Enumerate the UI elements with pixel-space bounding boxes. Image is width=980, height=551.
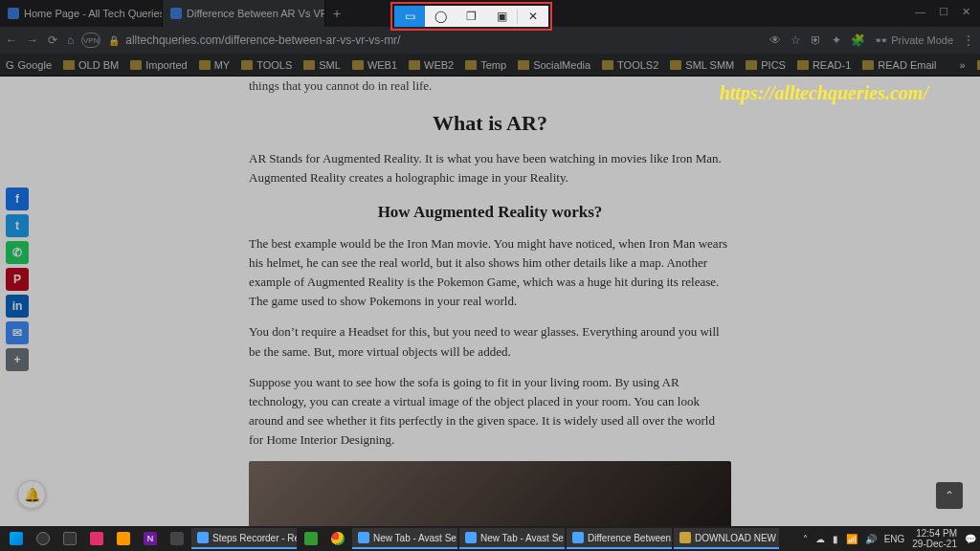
snip-window-button[interactable]: ❐ bbox=[456, 6, 486, 27]
bookmark-item[interactable]: MY bbox=[199, 59, 231, 71]
app-icon bbox=[117, 532, 130, 545]
browser-tab[interactable]: Difference Between AR Vs VR V... × bbox=[163, 0, 325, 27]
bookmark-item[interactable]: TOOLS2 bbox=[602, 59, 658, 71]
pinned-app[interactable] bbox=[165, 528, 189, 549]
folder-icon bbox=[746, 60, 757, 70]
tray-chevron-icon[interactable]: ˄ bbox=[803, 534, 808, 544]
back-icon[interactable]: ← bbox=[6, 33, 17, 47]
shield-icon[interactable]: ⛨ bbox=[811, 33, 822, 47]
overflow-icon[interactable]: » bbox=[959, 59, 965, 71]
clock[interactable]: 12:54 PM 29-Dec-21 bbox=[912, 528, 957, 549]
folder-icon bbox=[241, 60, 253, 70]
language-indicator[interactable]: ENG bbox=[884, 534, 905, 544]
new-tab-button[interactable]: + bbox=[325, 0, 348, 27]
folder-icon bbox=[303, 60, 315, 70]
taskbar-task[interactable]: DOWNLOAD NEW bbox=[674, 528, 779, 549]
task-view-button[interactable] bbox=[57, 528, 82, 549]
snip-rectangle-button[interactable]: ▭ bbox=[394, 6, 425, 27]
paragraph: Suppose you want to see how the sofa is … bbox=[249, 373, 731, 451]
bookmark-item[interactable]: READ-1 bbox=[797, 59, 851, 71]
bookmark-item[interactable]: OLD BM bbox=[63, 59, 119, 71]
bookmark-item[interactable]: READ Email bbox=[862, 59, 936, 71]
google-icon: G bbox=[6, 59, 14, 71]
bookmark-item[interactable]: PICS bbox=[746, 59, 786, 71]
bookmark-item[interactable]: GGoogle bbox=[6, 59, 52, 71]
vpn-badge[interactable]: VPN bbox=[81, 33, 100, 48]
windows-taskbar: N Steps Recorder - Re... New Tab - Avast… bbox=[0, 526, 980, 551]
folder-icon bbox=[797, 60, 809, 70]
taskbar-task[interactable]: New Tab - Avast Se... bbox=[459, 528, 565, 549]
wifi-icon[interactable]: 📶 bbox=[846, 534, 858, 544]
other-bookmarks[interactable]: Other bookmarks bbox=[977, 59, 980, 71]
notification-bell-button[interactable]: 🔔 bbox=[17, 480, 46, 509]
start-button[interactable] bbox=[4, 528, 29, 549]
chrome-icon bbox=[331, 532, 345, 545]
snip-close-button[interactable]: ✕ bbox=[518, 6, 548, 27]
email-share-button[interactable]: ✉ bbox=[6, 321, 29, 344]
folder-icon bbox=[130, 60, 142, 70]
heading-what-is-ar: What is AR? bbox=[249, 107, 731, 140]
favicon-icon bbox=[8, 8, 19, 19]
bookmark-item[interactable]: SML SMM bbox=[670, 59, 734, 71]
twitter-share-button[interactable]: t bbox=[6, 214, 29, 237]
search-icon bbox=[36, 532, 50, 545]
bookmark-item[interactable]: WEB2 bbox=[409, 59, 454, 71]
extension-icon[interactable]: ✦ bbox=[832, 33, 841, 47]
mask-icon: 👓 bbox=[875, 34, 888, 47]
bookmark-item[interactable]: Imported bbox=[130, 59, 187, 71]
browser-tab[interactable]: Home Page - All Tech Queries × bbox=[0, 0, 163, 27]
volume-icon[interactable]: 🔊 bbox=[865, 534, 877, 544]
folder-icon bbox=[862, 60, 874, 70]
reload-icon[interactable]: ⟳ bbox=[48, 33, 57, 47]
star-icon[interactable]: ☆ bbox=[791, 33, 801, 47]
scroll-to-top-button[interactable]: ⌃ bbox=[936, 482, 963, 509]
folder-icon bbox=[199, 60, 211, 70]
more-share-button[interactable]: + bbox=[6, 348, 29, 371]
chrome-app[interactable] bbox=[325, 528, 350, 549]
private-mode-badge[interactable]: 👓 Private Mode bbox=[875, 34, 953, 47]
menu-icon[interactable]: ⋮ bbox=[963, 33, 974, 47]
pinned-app[interactable] bbox=[299, 528, 323, 549]
puzzle-icon[interactable]: 🧩 bbox=[851, 33, 865, 47]
pinterest-share-button[interactable]: P bbox=[6, 268, 29, 291]
pinned-app[interactable] bbox=[84, 528, 109, 549]
minimize-icon[interactable]: ― bbox=[915, 6, 925, 18]
url-field[interactable]: 🔒 alltechqueries.com/difference-between-… bbox=[108, 33, 762, 47]
pinned-app[interactable] bbox=[111, 528, 136, 549]
favicon-icon bbox=[170, 8, 182, 19]
bookmark-item[interactable]: SML bbox=[303, 59, 341, 71]
eye-off-icon[interactable]: 👁 bbox=[769, 33, 781, 47]
forward-icon[interactable]: → bbox=[27, 33, 38, 47]
tab-title: Difference Between AR Vs VR V... bbox=[187, 8, 325, 19]
app-icon bbox=[304, 532, 318, 545]
bookmark-item[interactable]: TOOLS bbox=[241, 59, 292, 71]
bookmark-item[interactable]: Temp bbox=[465, 59, 506, 71]
facebook-share-button[interactable]: f bbox=[6, 187, 29, 210]
tray-icon[interactable]: ☁ bbox=[815, 534, 825, 544]
folder-icon bbox=[977, 60, 980, 70]
notifications-icon[interactable]: 💬 bbox=[965, 534, 976, 544]
snip-fullscreen-button[interactable]: ▣ bbox=[486, 6, 517, 27]
snipping-toolbar: ▭ ◯ ❐ ▣ ✕ bbox=[394, 6, 548, 27]
search-button[interactable] bbox=[31, 528, 56, 549]
battery-icon[interactable]: ▮ bbox=[833, 534, 838, 544]
bookmark-item[interactable]: SocialMedia bbox=[518, 59, 590, 71]
page-content: things that you cannot do in real life. … bbox=[0, 77, 980, 526]
pinned-app[interactable]: N bbox=[138, 528, 163, 549]
bookmarks-bar: GGoogle OLD BM Imported MY TOOLS SML WEB… bbox=[0, 54, 980, 77]
windows-icon bbox=[10, 532, 23, 545]
taskbar-task[interactable]: Difference Between... bbox=[567, 528, 672, 549]
system-tray: ˄ ☁ ▮ 📶 🔊 ENG 12:54 PM 29-Dec-21 💬 bbox=[803, 528, 976, 549]
snip-freeform-button[interactable]: ◯ bbox=[425, 6, 456, 27]
maximize-icon[interactable]: ☐ bbox=[939, 6, 948, 18]
close-window-icon[interactable]: ✕ bbox=[962, 6, 970, 18]
home-icon[interactable]: ⌂ bbox=[67, 33, 74, 47]
linkedin-share-button[interactable]: in bbox=[6, 295, 29, 318]
bookmark-item[interactable]: WEB1 bbox=[352, 59, 397, 71]
taskbar-task[interactable]: New Tab - Avast Se... bbox=[352, 528, 457, 549]
task-view-icon bbox=[63, 532, 77, 545]
whatsapp-share-button[interactable]: ✆ bbox=[6, 241, 29, 264]
folder-icon bbox=[352, 60, 364, 70]
taskbar-task[interactable]: Steps Recorder - Re... bbox=[191, 528, 297, 549]
app-icon bbox=[572, 532, 584, 543]
